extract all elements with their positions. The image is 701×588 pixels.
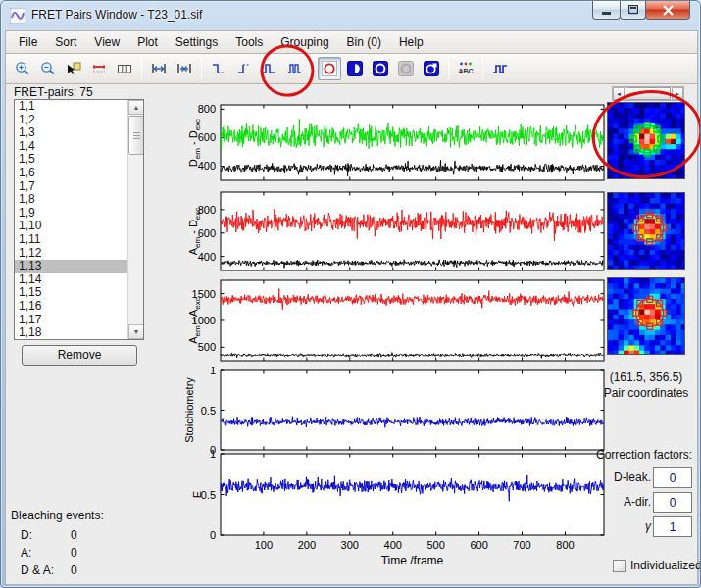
data-cursor-button[interactable] (62, 57, 85, 80)
individualized-checkbox[interactable] (613, 560, 626, 572)
title-bar[interactable]: FRET Pairs Window - T23_01.sif (1, 1, 700, 29)
svg-text:500: 500 (426, 539, 444, 551)
menu-item-help[interactable]: Help (390, 32, 432, 52)
data-cursor-icon (66, 61, 81, 76)
slider-thumb[interactable] (626, 87, 671, 100)
list-item[interactable]: 1,5 (15, 153, 128, 167)
expand-horizontal-button[interactable] (147, 57, 171, 80)
image-frame-slider[interactable]: ◄ ► (612, 86, 684, 101)
scroll-thumb[interactable] (128, 116, 144, 155)
list-item[interactable]: 1,17 (15, 314, 128, 327)
list-scrollbar[interactable]: ▲ ▼ (127, 100, 143, 339)
aem-dexc-plot: 400600800Aem - Dexc (187, 192, 604, 270)
list-item[interactable]: 1,10 (15, 220, 128, 233)
group-circles-button[interactable] (420, 57, 443, 80)
list-item[interactable]: 1,18 (15, 326, 128, 340)
menu-item-settings[interactable]: Settings (167, 32, 226, 52)
filmstrip-button[interactable] (113, 57, 136, 80)
svg-text:300: 300 (341, 539, 359, 551)
slider-right-arrow-icon[interactable]: ► (672, 87, 683, 100)
list-item[interactable]: 1,12 (15, 247, 128, 261)
list-item[interactable]: 1,16 (15, 300, 128, 314)
expand-horizontal-icon (151, 61, 167, 76)
d-leak-input[interactable] (653, 467, 692, 488)
pulse-shape-icon (492, 61, 508, 76)
menu-item-sort[interactable]: Sort (46, 32, 85, 52)
client-area: FRET-pairs: 75 1,11,21,31,41,51,61,71,81… (5, 84, 698, 585)
svg-text:Stoichiometry: Stoichiometry (183, 377, 195, 443)
gamma-label: γ (645, 519, 651, 533)
step-plot-double-icon (287, 61, 303, 76)
menu-item-plot[interactable]: Plot (128, 32, 167, 52)
step-plot-pulse-icon (262, 61, 277, 76)
zoom-in-button[interactable] (11, 57, 34, 80)
acceptor-direct-image[interactable] (607, 192, 685, 270)
menu-item-tools[interactable]: Tools (226, 32, 272, 52)
list-item[interactable]: 1,8 (15, 193, 128, 207)
svg-text:400: 400 (198, 251, 216, 263)
minimize-icon (602, 6, 612, 15)
step-plot-corner-button[interactable] (232, 57, 256, 80)
circle-mask-button[interactable] (369, 57, 392, 80)
maximize-button[interactable] (620, 1, 646, 20)
pair-coordinates-label: Pair coordinates (592, 386, 700, 400)
shrink-horizontal-button[interactable] (173, 57, 196, 80)
acceptor-image[interactable] (607, 277, 685, 355)
toolbar-separator (312, 58, 313, 79)
app-wave-icon (10, 8, 25, 24)
group-circles-icon (424, 61, 439, 76)
bleach-da-value: 0 (71, 564, 77, 577)
list-item[interactable]: 1,2 (15, 114, 128, 127)
svg-text:E: E (191, 491, 203, 498)
menu-item-bin-0[interactable]: Bin (0) (338, 32, 390, 52)
step-plot-pulse-button[interactable] (258, 57, 281, 80)
filmstrip-icon (117, 61, 132, 76)
gamma-input[interactable] (653, 516, 692, 537)
aperture-mask-button[interactable] (343, 57, 367, 80)
list-item[interactable]: 1,13 (15, 260, 128, 273)
scroll-up-button[interactable]: ▲ (128, 100, 144, 115)
circle-mask-icon (373, 61, 388, 76)
a-dir-label: A-dir. (624, 495, 651, 509)
a-dir-input[interactable] (653, 492, 692, 513)
slider-left-arrow-icon[interactable]: ◄ (613, 87, 625, 100)
pair-coordinates-value: (161.5, 356.5) (592, 370, 700, 384)
distance-tool-button[interactable] (87, 57, 111, 80)
menu-item-file[interactable]: File (10, 32, 46, 52)
minimize-button[interactable] (592, 1, 621, 20)
list-item[interactable]: 1,6 (15, 167, 128, 180)
svg-text:600: 600 (470, 539, 487, 551)
app-window: FRET Pairs Window - T23_01.sif FileSortV… (0, 0, 701, 588)
list-item[interactable]: 1,14 (15, 273, 128, 287)
bleach-a-label: A: (21, 546, 31, 560)
toolbar-separator (448, 58, 449, 79)
donor-image[interactable] (607, 102, 685, 179)
pair-listbox[interactable]: 1,11,21,31,41,51,61,71,81,91,101,111,121… (14, 99, 144, 340)
zoom-out-button[interactable] (36, 57, 60, 80)
circle-select-button[interactable] (318, 57, 341, 80)
step-plot-double-button[interactable] (283, 57, 307, 80)
list-item[interactable]: 1,7 (15, 180, 128, 194)
remove-button[interactable]: Remove (22, 345, 137, 366)
close-button[interactable] (645, 1, 690, 20)
abc-labels-button[interactable]: ABC (454, 57, 477, 80)
bleach-d-label: D: (21, 528, 32, 542)
circle-mask-disabled-icon (398, 61, 414, 76)
menu-item-grouping[interactable]: Grouping (272, 32, 337, 52)
scroll-down-button[interactable]: ▼ (128, 324, 144, 339)
menu-item-view[interactable]: View (85, 32, 128, 52)
list-item[interactable]: 1,15 (15, 286, 128, 300)
pulse-shape-button[interactable] (488, 57, 512, 80)
list-item[interactable]: 1,4 (15, 140, 128, 154)
e-plot: 00.51100200300400500600700800Time /frame… (191, 448, 604, 567)
toolbar-separator (482, 58, 483, 79)
distance-tool-icon (91, 61, 107, 76)
svg-text:0: 0 (210, 529, 216, 541)
list-item[interactable]: 1,3 (15, 126, 128, 140)
step-plot-down-button[interactable] (207, 57, 230, 80)
list-item[interactable]: 1,11 (15, 233, 128, 247)
list-item[interactable]: 1,1 (15, 100, 128, 114)
list-item[interactable]: 1,9 (15, 207, 128, 220)
bleach-a-value: 0 (71, 546, 77, 560)
bleach-da-label: D & A: (21, 564, 54, 577)
